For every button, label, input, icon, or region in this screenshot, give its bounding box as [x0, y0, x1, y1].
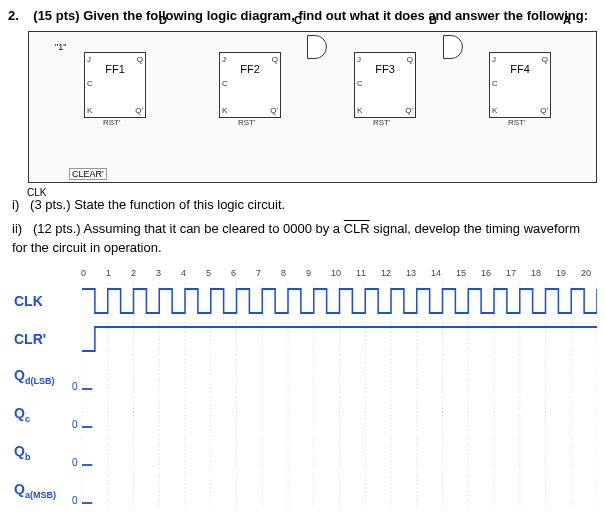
- flipflop-2: FF2 J Q C K Q' RST': [219, 52, 281, 118]
- tick-label: 16: [481, 268, 505, 278]
- wave-row-clk: CLK: [14, 282, 597, 320]
- and-gate-1: [307, 35, 327, 59]
- tick-label: 14: [431, 268, 455, 278]
- ff1-label: FF1: [85, 63, 145, 75]
- tick-label: 5: [206, 268, 230, 278]
- part-ii: ii) (12 pts.) Assuming that it can be cl…: [12, 219, 597, 258]
- input-c-label: C: [294, 14, 302, 26]
- wave-svg: [82, 473, 597, 509]
- part-i-text: State the function of this logic circuit…: [74, 197, 285, 212]
- tick-label: 8: [281, 268, 305, 278]
- wave-label: CLK: [14, 293, 82, 309]
- logic-diagram: D C B A "1" FF1 J Q C K Q' RST' FF2 J Q …: [28, 31, 597, 183]
- flipflop-4: FF4 J Q C K Q' RST': [489, 52, 551, 118]
- tick-label: 9: [306, 268, 330, 278]
- wave-label: CLR': [14, 331, 82, 347]
- wave-svg: [82, 359, 597, 395]
- tick-label: 10: [331, 268, 355, 278]
- clk-label: CLK: [27, 187, 46, 198]
- tick-label: 6: [231, 268, 255, 278]
- one-label: "1": [55, 42, 66, 52]
- tick-label: 12: [381, 268, 405, 278]
- tick-label: 11: [356, 268, 380, 278]
- tick-label: 0: [81, 268, 105, 278]
- tick-label: 18: [531, 268, 555, 278]
- part-ii-label: ii): [12, 221, 22, 236]
- flipflop-1: FF1 J Q C K Q' RST': [84, 52, 146, 118]
- part-i-label: i): [12, 197, 19, 212]
- wave-svg: [82, 435, 597, 471]
- wave-row-qb: Qb0: [14, 434, 597, 472]
- input-d-label: D: [159, 14, 167, 26]
- tick-label: 20: [581, 268, 605, 278]
- initial-zero: 0: [72, 381, 78, 392]
- part-ii-text1: Assuming that it can be cleared to 0000 …: [84, 221, 344, 236]
- ff3-label: FF3: [355, 63, 415, 75]
- input-b-label: B: [429, 14, 437, 26]
- tick-label: 13: [406, 268, 430, 278]
- tick-label: 3: [156, 268, 180, 278]
- flipflop-3: FF3 J Q C K Q' RST': [354, 52, 416, 118]
- time-ticks: 01234567891011121314151617181920: [84, 268, 597, 282]
- subparts: i) (3 pts.) State the function of this l…: [12, 195, 597, 258]
- tick-label: 19: [556, 268, 580, 278]
- tick-label: 7: [256, 268, 280, 278]
- ff2-label: FF2: [220, 63, 280, 75]
- wave-svg: [82, 283, 597, 319]
- tick-label: 1: [106, 268, 130, 278]
- input-a-label: A: [563, 14, 571, 26]
- initial-zero: 0: [72, 457, 78, 468]
- timing-diagram: 01234567891011121314151617181920 CLKCLR'…: [14, 268, 597, 510]
- wave-svg: [82, 397, 597, 433]
- part-i-pts: (3 pts.): [30, 197, 70, 212]
- wave-svg: [82, 321, 597, 357]
- wave-row-qd(lsb): Qd(LSB)0: [14, 358, 597, 396]
- wave-row-qa(msb): Qa(MSB)0: [14, 472, 597, 510]
- ff4-label: FF4: [490, 63, 550, 75]
- q-number: 2.: [8, 8, 19, 23]
- tick-label: 17: [506, 268, 530, 278]
- wave-row-clr': CLR': [14, 320, 597, 358]
- tick-label: 15: [456, 268, 480, 278]
- initial-zero: 0: [72, 419, 78, 430]
- wave-row-qc: Qc0: [14, 396, 597, 434]
- tick-label: 4: [181, 268, 205, 278]
- tick-label: 2: [131, 268, 155, 278]
- clear-label: CLEAR': [69, 168, 107, 180]
- part-ii-pts: (12 pts.): [33, 221, 81, 236]
- part-ii-signal: CLR: [344, 221, 370, 236]
- question-header: 2. (15 pts) Given the following logic di…: [8, 8, 597, 23]
- q-points: (15 pts): [33, 8, 79, 23]
- and-gate-2: [443, 35, 463, 59]
- initial-zero: 0: [72, 495, 78, 506]
- part-i: i) (3 pts.) State the function of this l…: [12, 195, 597, 215]
